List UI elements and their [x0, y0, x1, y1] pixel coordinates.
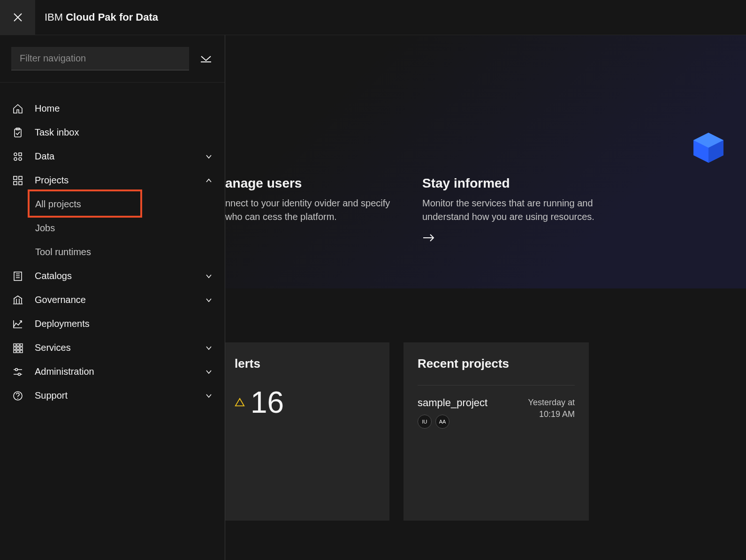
warning-icon — [235, 397, 245, 408]
services-icon — [11, 341, 24, 355]
svg-point-8 — [19, 158, 22, 160]
catalogs-icon — [11, 270, 24, 283]
administration-icon — [11, 365, 24, 378]
chevron-down-icon — [204, 367, 213, 377]
sub-item-jobs[interactable]: Jobs — [0, 216, 225, 240]
sidebar-item-services[interactable]: Services — [0, 336, 225, 360]
arrow-right-icon — [422, 233, 435, 242]
sidebar-item-label: Projects — [35, 175, 194, 186]
sidebar-item-catalogs[interactable]: Catalogs — [0, 264, 225, 288]
sub-item-label: All projects — [35, 199, 81, 210]
card-body: nnect to your identity ovider and specif… — [225, 197, 403, 224]
sidebar-item-label: Catalogs — [35, 271, 194, 281]
avatar: AA — [435, 415, 449, 429]
sub-item-label: Jobs — [35, 223, 55, 234]
avatar: IU — [418, 415, 432, 429]
card-body: Monitor the services that are running an… — [422, 197, 601, 224]
projects-icon — [11, 174, 24, 187]
svg-rect-20 — [14, 350, 16, 353]
chevron-down-icon — [204, 343, 213, 353]
recent-title: Recent projects — [418, 356, 575, 371]
svg-point-23 — [15, 368, 18, 371]
sidebar-item-label: Deployments — [35, 318, 213, 329]
sidebar-item-projects[interactable]: Projects — [0, 168, 225, 192]
svg-rect-12 — [19, 182, 22, 185]
brand-bold: Cloud Pak for Data — [66, 11, 158, 23]
sidebar: Home Task inbox Data Projects — [0, 35, 225, 560]
close-icon — [12, 12, 23, 23]
brand-prefix: IBM — [45, 11, 66, 23]
cube-graphic — [690, 129, 727, 166]
sub-item-label: Tool runtimes — [35, 247, 91, 257]
svg-rect-21 — [17, 350, 19, 353]
sidebar-item-governance[interactable]: Governance — [0, 288, 225, 312]
chevron-down-icon — [204, 295, 213, 305]
recent-project-item[interactable]: sample_project IU AA Yesterday at 10:19 … — [418, 385, 575, 429]
support-icon — [11, 389, 24, 402]
svg-point-7 — [14, 158, 17, 160]
chevron-down-line-icon — [200, 54, 212, 63]
svg-rect-10 — [19, 176, 22, 180]
svg-point-26 — [17, 398, 18, 399]
card-title: anage users — [225, 176, 403, 191]
svg-rect-6 — [19, 153, 22, 156]
sidebar-item-label: Services — [35, 342, 194, 353]
sub-item-tool-runtimes[interactable]: Tool runtimes — [0, 240, 225, 264]
svg-rect-11 — [14, 182, 17, 185]
close-menu-button[interactable] — [0, 0, 35, 35]
sidebar-item-administration[interactable]: Administration — [0, 360, 225, 384]
sidebar-item-label: Governance — [35, 295, 194, 305]
svg-rect-15 — [17, 344, 19, 346]
svg-rect-22 — [20, 350, 23, 353]
chevron-up-icon — [204, 176, 213, 185]
sidebar-item-label: Home — [35, 103, 213, 114]
sidebar-item-support[interactable]: Support — [0, 384, 225, 408]
card-title: Stay informed — [422, 176, 601, 191]
sidebar-item-deployments[interactable]: Deployments — [0, 312, 225, 336]
chevron-down-icon — [204, 272, 213, 281]
deployments-icon — [11, 318, 24, 331]
alerts-count-value: 16 — [251, 385, 284, 420]
arrow-link[interactable] — [422, 233, 435, 242]
sidebar-item-home[interactable]: Home — [0, 97, 225, 121]
brand-title: IBM Cloud Pak for Data — [35, 11, 158, 23]
home-icon — [11, 102, 24, 115]
governance-icon — [11, 294, 24, 307]
header: IBM Cloud Pak for Data — [0, 0, 746, 35]
svg-rect-19 — [20, 347, 23, 349]
filter-input[interactable] — [11, 47, 189, 70]
filter-row — [0, 35, 225, 83]
sidebar-item-label: Data — [35, 151, 194, 162]
svg-rect-9 — [14, 176, 17, 180]
sidebar-item-data[interactable]: Data — [0, 144, 225, 168]
svg-rect-13 — [14, 272, 22, 280]
sidebar-item-label: Support — [35, 390, 194, 401]
svg-rect-18 — [17, 347, 19, 349]
hero-card-manage-users[interactable]: anage users nnect to your identity ovide… — [225, 176, 403, 244]
projects-submenu: All projects Jobs Tool runtimes — [0, 192, 225, 264]
recent-project-name: sample_project — [418, 397, 487, 409]
svg-rect-14 — [14, 344, 16, 346]
recent-projects-panel: Recent projects sample_project IU AA Yes… — [403, 342, 589, 521]
sidebar-item-label: Administration — [35, 366, 194, 377]
nav-list: Home Task inbox Data Projects — [0, 83, 225, 408]
avatar-row: IU AA — [418, 415, 487, 429]
svg-rect-17 — [14, 347, 16, 349]
hero-card-stay-informed[interactable]: Stay informed Monitor the services that … — [422, 176, 601, 244]
recent-project-time: Yesterday at 10:19 AM — [528, 397, 575, 420]
chevron-down-icon — [204, 391, 213, 401]
task-icon — [11, 126, 24, 139]
chevron-down-icon — [204, 152, 213, 161]
svg-point-5 — [14, 153, 17, 156]
sub-item-all-projects[interactable]: All projects — [0, 192, 225, 216]
data-icon — [11, 150, 24, 163]
sidebar-item-label: Task inbox — [35, 127, 213, 138]
collapse-all-button[interactable] — [198, 51, 213, 66]
sidebar-item-task-inbox[interactable]: Task inbox — [0, 121, 225, 144]
svg-rect-16 — [20, 344, 23, 346]
svg-point-24 — [18, 373, 21, 375]
